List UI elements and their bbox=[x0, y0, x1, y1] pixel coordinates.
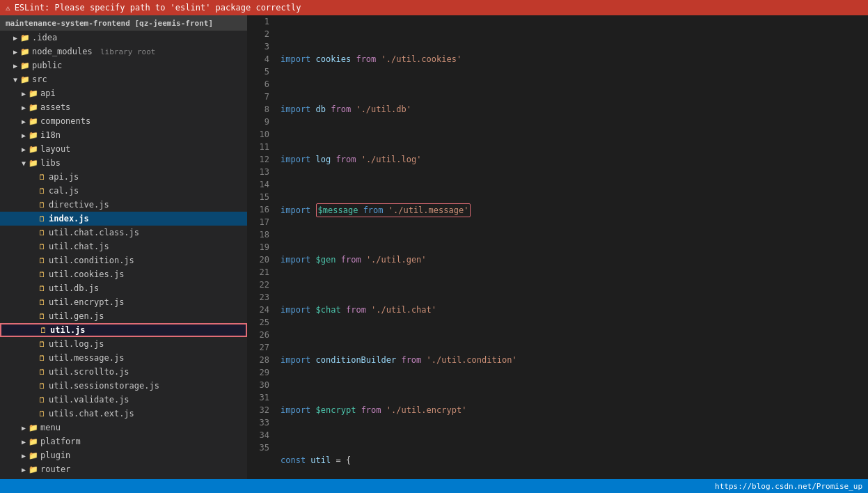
js-file-icon: 🗒 bbox=[36, 382, 47, 391]
sidebar-item-label: util.condition.js bbox=[49, 256, 134, 265]
sidebar-item-label: util.encrypt.js bbox=[49, 297, 124, 307]
js-file-icon: 🗒 bbox=[36, 187, 47, 196]
line-numbers: 1 2 3 4 5 6 7 8 9 10 11 12 13 14 15 16 1… bbox=[247, 15, 275, 479]
sidebar-item-label: node_modules library root bbox=[32, 47, 155, 56]
js-file-icon: 🗒 bbox=[36, 270, 47, 279]
sidebar-item-cal-js[interactable]: 🗒 cal.js bbox=[0, 184, 247, 198]
sidebar-item-node-modules[interactable]: 📁 node_modules library root bbox=[0, 45, 247, 58]
folder-icon: 📁 bbox=[28, 159, 39, 168]
sidebar-item-label: layout bbox=[40, 144, 70, 154]
sidebar-item-label: util.message.js bbox=[49, 353, 124, 363]
sidebar-item-label: directive.js bbox=[49, 200, 109, 210]
sidebar-item-directive-js[interactable]: 🗒 directive.js bbox=[0, 198, 247, 212]
sidebar-item-util-gen-js[interactable]: 🗒 util.gen.js bbox=[0, 309, 247, 323]
js-file-icon: 🗒 bbox=[36, 214, 47, 224]
code-container: 1 2 3 4 5 6 7 8 9 10 11 12 13 14 15 16 1… bbox=[247, 15, 868, 479]
arrow-icon bbox=[11, 48, 19, 56]
js-file-icon: 🗒 bbox=[36, 284, 47, 293]
sidebar-item-label: util.chat.class.js bbox=[49, 228, 139, 237]
arrow-icon bbox=[19, 132, 28, 139]
file-tree-sidebar: maintenance-system-frontend [qz-jeemis-f… bbox=[0, 15, 247, 479]
sidebar-item-label: api.js bbox=[49, 172, 79, 182]
sidebar-item-label: util.log.js bbox=[49, 339, 104, 349]
sidebar-item-layout[interactable]: 📁 layout bbox=[0, 142, 247, 156]
folder-icon: 📁 bbox=[28, 89, 39, 98]
sidebar-item-i18n[interactable]: 📁 i18n bbox=[0, 128, 247, 142]
js-file-icon: 🗒 bbox=[36, 228, 47, 237]
sidebar-item-plugin[interactable]: 📁 plugin bbox=[0, 448, 247, 462]
js-file-icon: 🗒 bbox=[36, 409, 47, 418]
sidebar-item-util-log-js[interactable]: 🗒 util.log.js bbox=[0, 337, 247, 351]
sidebar-item-util-chat-class-js[interactable]: 🗒 util.chat.class.js bbox=[0, 226, 247, 240]
status-bar: https://blog.csdn.net/Promise_up bbox=[0, 479, 868, 493]
sidebar-item-api[interactable]: 📁 api bbox=[0, 86, 247, 100]
sidebar-item-label: router bbox=[40, 464, 70, 474]
folder-icon: 📁 bbox=[19, 33, 31, 42]
sidebar-item-label: util.sessionstorage.js bbox=[49, 381, 159, 391]
arrow-icon bbox=[19, 438, 28, 446]
sidebar-item-util-sessionstorage-js[interactable]: 🗒 util.sessionstorage.js bbox=[0, 379, 247, 393]
arrow-icon bbox=[19, 104, 28, 111]
project-title: maintenance-system-frontend [qz-jeemis-f… bbox=[0, 15, 247, 31]
arrow-icon bbox=[19, 90, 28, 97]
main-layout: maintenance-system-frontend [qz-jeemis-f… bbox=[0, 15, 868, 479]
folder-icon: 📁 bbox=[28, 145, 39, 154]
sidebar-item-util-encrypt-js[interactable]: 🗒 util.encrypt.js bbox=[0, 295, 247, 309]
sidebar-item-libs[interactable]: 📁 libs bbox=[0, 156, 247, 170]
eslint-message: ESLint: Please specify path to 'eslint' … bbox=[15, 3, 301, 13]
arrow-icon bbox=[11, 62, 19, 70]
code-content: import cookies from './util.cookies' imp… bbox=[275, 15, 868, 479]
sidebar-item-assets[interactable]: 📁 assets bbox=[0, 100, 247, 114]
js-file-icon: 🗒 bbox=[36, 201, 47, 210]
sidebar-item-util-chat-js[interactable]: 🗒 util.chat.js bbox=[0, 240, 247, 253]
sidebar-item-src[interactable]: 📁 src bbox=[0, 72, 247, 86]
sidebar-item-public[interactable]: 📁 public bbox=[0, 58, 247, 72]
sidebar-item-label: api bbox=[40, 88, 56, 98]
eslint-warning-bar: ⚠ ESLint: Please specify path to 'eslint… bbox=[0, 0, 868, 15]
sidebar-item-label: platform bbox=[40, 437, 81, 446]
sidebar-item-label: components bbox=[40, 116, 90, 126]
sidebar-item-util-db-js[interactable]: 🗒 util.db.js bbox=[0, 281, 247, 295]
sidebar-item-label: public bbox=[32, 61, 62, 70]
js-file-icon: 🗒 bbox=[36, 242, 47, 251]
arrow-icon bbox=[19, 159, 28, 167]
sidebar-item-label: src bbox=[32, 75, 47, 84]
js-file-icon: 🗒 bbox=[36, 298, 47, 307]
folder-icon: 📁 bbox=[28, 451, 39, 460]
folder-icon: 📁 bbox=[28, 437, 39, 446]
sidebar-item-label: plugin bbox=[40, 451, 70, 460]
sidebar-item-util-cookies-js[interactable]: 🗒 util.cookies.js bbox=[0, 267, 247, 281]
arrow-icon bbox=[11, 76, 19, 84]
sidebar-item-label: menu bbox=[40, 423, 61, 432]
arrow-icon bbox=[19, 466, 28, 474]
arrow-icon bbox=[19, 118, 28, 125]
js-file-icon: 🗒 bbox=[38, 326, 49, 335]
sidebar-item-label: util.scrollto.js bbox=[49, 367, 129, 377]
sidebar-item-api-js[interactable]: 🗒 api.js bbox=[0, 170, 247, 184]
bottom-url: https://blog.csdn.net/Promise_up bbox=[715, 482, 862, 491]
sidebar-item-label: util.gen.js bbox=[49, 311, 104, 321]
sidebar-item-router[interactable]: 📁 router bbox=[0, 462, 247, 476]
sidebar-item-label: libs bbox=[40, 158, 61, 168]
sidebar-item-label: utils.chat.ext.js bbox=[49, 409, 134, 418]
sidebar-item-util-js[interactable]: 🗒 util.js bbox=[0, 323, 247, 337]
sidebar-item-idea[interactable]: 📁 .idea bbox=[0, 31, 247, 45]
sidebar-item-util-message-js[interactable]: 🗒 util.message.js bbox=[0, 351, 247, 365]
sidebar-item-util-condition-js[interactable]: 🗒 util.condition.js bbox=[0, 253, 247, 267]
sidebar-item-components[interactable]: 📁 components bbox=[0, 114, 247, 128]
sidebar-item-platform[interactable]: 📁 platform bbox=[0, 435, 247, 448]
sidebar-item-menu[interactable]: 📁 menu bbox=[0, 421, 247, 435]
sidebar-item-utils-chat-ext-js[interactable]: 🗒 utils.chat.ext.js bbox=[0, 407, 247, 421]
sidebar-item-label: i18n bbox=[40, 130, 61, 140]
arrow-icon bbox=[19, 146, 28, 153]
folder-icon: 📁 bbox=[28, 465, 39, 474]
sidebar-item-util-scrollto-js[interactable]: 🗒 util.scrollto.js bbox=[0, 365, 247, 379]
sidebar-item-util-validate-js[interactable]: 🗒 util.validate.js bbox=[0, 393, 247, 407]
sidebar-item-label: util.db.js bbox=[49, 283, 99, 293]
js-file-icon: 🗒 bbox=[36, 256, 47, 265]
folder-icon: 📁 bbox=[28, 423, 39, 432]
sidebar-item-index-js[interactable]: 🗒 index.js bbox=[0, 212, 247, 226]
folder-icon: 📁 bbox=[19, 61, 31, 70]
sidebar-item-label: util.js bbox=[50, 325, 86, 335]
arrow-icon bbox=[19, 452, 28, 460]
